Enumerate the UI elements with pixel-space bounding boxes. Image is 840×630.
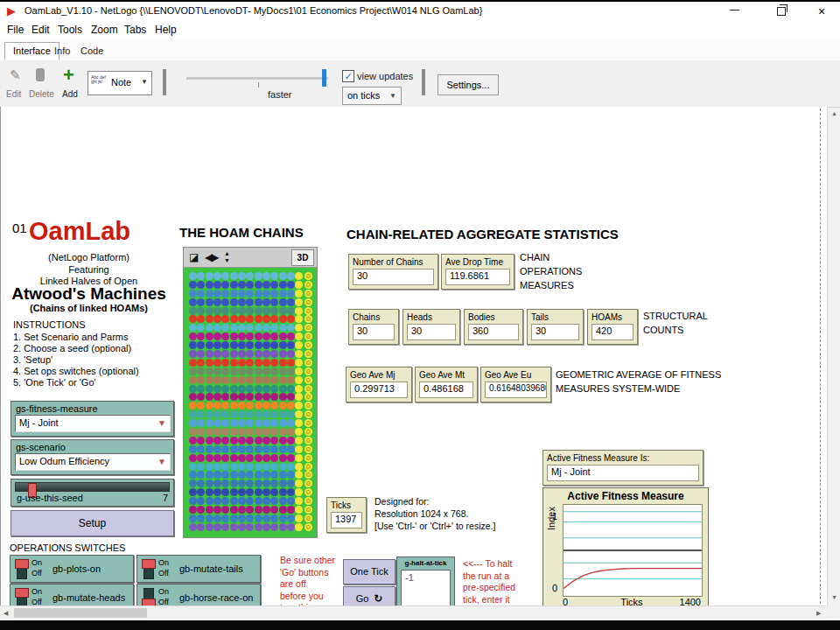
- monitor-number-of-chains: Number of Chains 30: [348, 254, 438, 290]
- switch-knob[interactable]: [15, 559, 29, 569]
- hoam-chain-row: ☺: [189, 506, 313, 514]
- one-tick-button[interactable]: One Tick: [343, 559, 396, 584]
- speed-slider-thumb[interactable]: [322, 69, 326, 87]
- hoam-body-dot: [189, 419, 197, 427]
- hoam-body-dot: [262, 393, 270, 401]
- hoam-body-dot: [287, 332, 295, 340]
- menu-file[interactable]: File: [7, 24, 24, 36]
- add-icon[interactable]: +: [63, 64, 74, 87]
- input-value[interactable]: -1: [401, 570, 451, 611]
- switch-knob[interactable]: [15, 588, 29, 598]
- world-view[interactable]: ◪ ◀▶ ▲▼ 3D ☺☺☺☺☺☺☺☺☺☺☺☺☺☺☺☺☺☺☺☺☺☺☺☺☺☺☺☺☺…: [183, 247, 318, 538]
- hoam-tail-dot: [295, 454, 303, 462]
- view-fit-icon[interactable]: ◪: [189, 251, 199, 263]
- tab-info[interactable]: Info: [54, 46, 70, 56]
- view-vertical-arrows-icon[interactable]: ▲▼: [224, 250, 230, 264]
- delete-icon[interactable]: [36, 68, 45, 81]
- menu-tabs[interactable]: Tabs: [124, 24, 146, 36]
- monitor-bodies: Bodies 360: [464, 309, 523, 345]
- hoam-body-dot: [221, 471, 229, 479]
- hoam-body-dot: [230, 402, 238, 410]
- close-button[interactable]: ×: [807, 2, 836, 21]
- add-tool-label[interactable]: Add: [62, 89, 78, 99]
- hoam-body-dot: [287, 393, 295, 401]
- speed-slider-track[interactable]: [186, 77, 328, 80]
- scroll-left-icon[interactable]: ◀: [4, 610, 8, 617]
- hoam-body-dot: [206, 385, 214, 393]
- hoam-body-dot: [230, 376, 238, 384]
- scroll-up-icon[interactable]: ▲: [831, 110, 837, 116]
- hoam-body-dot: [221, 341, 229, 349]
- menu-tools[interactable]: Tools: [58, 24, 82, 36]
- restore-button[interactable]: [766, 2, 796, 21]
- hoam-body-dot: [221, 298, 229, 306]
- tab-interface[interactable]: Interface: [4, 42, 60, 60]
- chooser-label: gs-fitness-measure: [11, 402, 173, 415]
- switch-knob[interactable]: [142, 559, 156, 569]
- hoam-body-dot: [287, 324, 295, 332]
- hoam-body-dot: [197, 402, 205, 410]
- view-3d-button[interactable]: 3D: [291, 249, 314, 266]
- hoam-chain-row: ☺: [189, 376, 313, 384]
- y-tick-0: 0: [552, 583, 557, 593]
- hoam-body-dot: [270, 445, 278, 453]
- interface-toolbar: ✎ Edit Delete + Add Abc defghi jkl Note …: [0, 60, 840, 108]
- hoam-body-dot: [262, 359, 270, 367]
- interface-canvas: 01 OamLab (NetLogo Platform) Featuring L…: [0, 107, 827, 606]
- edit-tool-label[interactable]: Edit: [6, 89, 21, 99]
- chooser-gs-fitness-measure[interactable]: gs-fitness-measure Mj - Joint▼: [10, 401, 174, 437]
- view-heading: THE HOAM CHAINS: [179, 225, 304, 240]
- settings-button[interactable]: Settings...: [438, 74, 499, 95]
- edit-icon[interactable]: ✎: [10, 67, 21, 83]
- slider-track[interactable]: [15, 482, 170, 492]
- horizontal-scrollbar[interactable]: ◀ ▶: [0, 606, 827, 620]
- hoam-head-smiley: ☺: [304, 506, 312, 514]
- hoam-body-dot: [238, 410, 246, 418]
- menu-edit[interactable]: Edit: [32, 24, 50, 36]
- forever-icon: ↻: [374, 592, 382, 605]
- delete-tool-label[interactable]: Delete: [29, 89, 54, 99]
- hoam-body-dot: [206, 506, 214, 514]
- hoam-body-dot: [238, 428, 246, 436]
- hoam-body-dot: [206, 419, 214, 427]
- scroll-right-icon[interactable]: ▶: [816, 610, 821, 617]
- hoam-body-dot: [270, 324, 278, 332]
- setup-button[interactable]: Setup: [10, 510, 174, 536]
- hoam-tail-dot: [295, 463, 303, 471]
- hoam-body-dot: [279, 419, 287, 427]
- menu-zoom[interactable]: Zoom: [91, 24, 118, 36]
- horizontal-scrollbar-thumb[interactable]: [14, 608, 147, 618]
- hoam-body-dot: [206, 514, 214, 522]
- hoam-body-dot: [255, 385, 262, 393]
- hoam-body-dot: [255, 445, 262, 453]
- switch-gb-mutate-tails[interactable]: OnOff gb-mutate-tails: [136, 555, 261, 583]
- update-mode-dropdown[interactable]: on ticks ▼: [342, 87, 402, 105]
- hoam-body-dot: [214, 471, 221, 479]
- hoam-body-dot: [246, 341, 254, 349]
- hoam-body-dot: [197, 514, 205, 522]
- view-horizontal-arrows-icon[interactable]: ◀▶: [205, 251, 217, 263]
- hoam-body-dot: [270, 350, 278, 358]
- switch-gb-plots-on[interactable]: OnOff gb-plots-on: [10, 555, 134, 583]
- hoam-body-dot: [221, 454, 229, 462]
- hoam-body-dot: [270, 471, 278, 479]
- minimize-button[interactable]: [719, 2, 749, 21]
- toolbar-separator: [422, 69, 425, 95]
- vertical-scrollbar[interactable]: ▲ ▼: [827, 108, 840, 606]
- hoam-body-dot: [255, 410, 262, 418]
- menu-help[interactable]: Help: [155, 24, 177, 36]
- view-updates-checkbox[interactable]: ✓: [342, 70, 354, 82]
- hoam-chain-row: ☺: [189, 393, 313, 401]
- chooser-gs-scenario[interactable]: gs-scenario Low Odum Efficiency▼: [10, 439, 174, 475]
- hoam-body-dot: [279, 506, 287, 514]
- hoam-body-dot: [270, 332, 278, 340]
- hoam-body-dot: [270, 488, 278, 496]
- scroll-down-icon[interactable]: ▼: [831, 594, 837, 600]
- slider-g-use-this-seed[interactable]: g-use-this-seed 7: [10, 479, 174, 507]
- hoam-body-dot: [238, 272, 246, 280]
- tab-code[interactable]: Code: [80, 46, 103, 56]
- widget-type-dropdown[interactable]: Abc defghi jkl Note ▼: [88, 71, 152, 95]
- hoam-body-dot: [262, 350, 270, 358]
- hoam-body-dot: [238, 359, 246, 367]
- hoam-body-dot: [262, 463, 270, 471]
